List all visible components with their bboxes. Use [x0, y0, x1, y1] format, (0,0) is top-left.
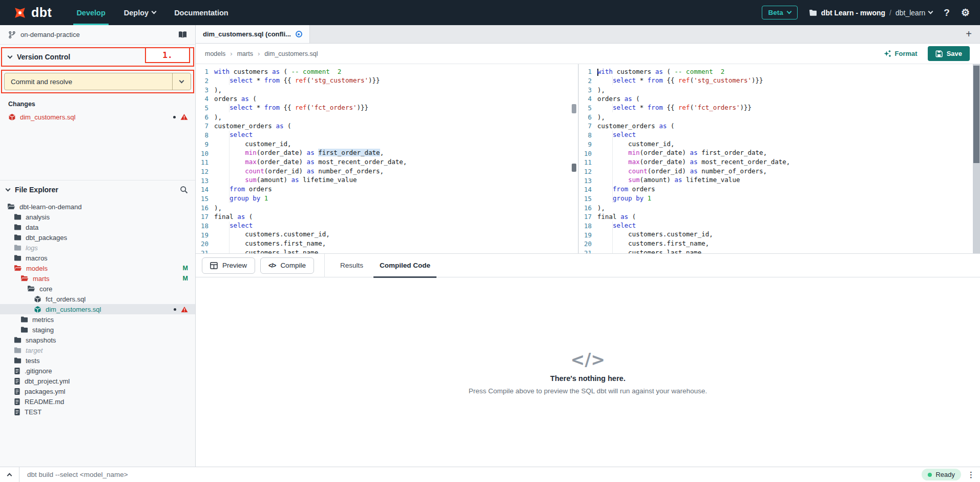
commit-dropdown-button[interactable]: [172, 73, 191, 90]
tree-item-fct-orders-sql[interactable]: fct_orders.sql: [0, 294, 195, 304]
breadcrumb-marts[interactable]: marts: [237, 50, 253, 57]
scrollbar-thumb[interactable]: [572, 164, 576, 172]
compile-button[interactable]: </> Compile: [260, 257, 314, 274]
scrollbar-track[interactable]: [973, 64, 980, 253]
code-line-6[interactable]: 6),: [579, 112, 980, 122]
tree-item-snapshots[interactable]: snapshots: [0, 335, 195, 345]
scrollbar-thumb[interactable]: [973, 66, 979, 163]
gear-icon[interactable]: ⚙: [961, 7, 970, 18]
code-line-18[interactable]: 18select: [196, 222, 578, 231]
code-line-14[interactable]: 14from orders: [579, 185, 980, 194]
code-line-10[interactable]: 10min(order_date) as first_order_date,: [196, 149, 578, 158]
tree-item--gitignore[interactable]: .gitignore: [0, 366, 195, 376]
commit-and-resolve-button[interactable]: Commit and resolve: [5, 73, 172, 90]
code-line-14[interactable]: 14from orders: [196, 185, 578, 194]
code-line-9[interactable]: 9customer_id,: [579, 140, 980, 149]
new-tab-button[interactable]: +: [966, 28, 980, 40]
tree-item-dim-customers-sql[interactable]: dim_customers.sql: [0, 304, 195, 314]
code-line-19[interactable]: 19customers.customer_id,: [579, 230, 980, 239]
tree-item-analysis[interactable]: analysis: [0, 212, 195, 222]
code-line-8[interactable]: 8select: [579, 131, 980, 140]
expand-panel-button[interactable]: [8, 470, 11, 479]
changed-file-row[interactable]: dim_customers.sql: [0, 111, 195, 123]
project-dropdown[interactable]: dbt_learn: [895, 9, 932, 17]
code-line-11[interactable]: 11max(order_date) as most_recent_order_d…: [196, 158, 578, 167]
beta-dropdown[interactable]: Beta: [762, 6, 798, 19]
chevron-down-icon[interactable]: [8, 53, 13, 58]
code-line-21[interactable]: 21customers.last_name,: [196, 249, 578, 253]
chevron-down-icon[interactable]: [6, 186, 11, 191]
code-line-10[interactable]: 10min(order_date) as first_order_date,: [579, 149, 980, 158]
breadcrumb-file[interactable]: dim_customers.sql: [264, 50, 318, 57]
code-line-11[interactable]: 11max(order_date) as most_recent_order_d…: [579, 158, 980, 167]
code-line-20[interactable]: 20customers.first_name,: [579, 239, 980, 249]
format-button[interactable]: Format: [883, 50, 918, 58]
save-button[interactable]: Save: [928, 46, 970, 61]
kebab-menu-icon[interactable]: ⋮: [967, 470, 975, 479]
code-line-16[interactable]: 16),: [196, 203, 578, 212]
code-line-13[interactable]: 13sum(amount) as lifetime_value: [579, 176, 980, 185]
nav-item-develop[interactable]: Develop: [67, 0, 114, 25]
code-line-2[interactable]: 2select * from {{ ref('stg_customers')}}: [196, 76, 578, 86]
code-line-3[interactable]: 3),: [579, 85, 980, 94]
code-line-8[interactable]: 8select: [196, 131, 578, 140]
code-line-13[interactable]: 13sum(amount) as lifetime_value: [196, 176, 578, 185]
code-line-7[interactable]: 7customer_orders as (: [579, 122, 980, 131]
code-line-4[interactable]: 4orders as (: [579, 94, 980, 104]
tree-item-core[interactable]: core: [0, 284, 195, 294]
search-icon[interactable]: [180, 186, 188, 194]
tree-item-macros[interactable]: macros: [0, 253, 195, 263]
tree-item-test[interactable]: TEST: [0, 407, 195, 417]
code-line-7[interactable]: 7customer_orders as (: [196, 122, 578, 131]
account-switcher[interactable]: dbt Learn - mwong / dbt_learn: [809, 9, 933, 17]
editor-pane-right[interactable]: 1with customers as ( -- comment 22select…: [579, 64, 980, 253]
tree-item-dbt-learn-on-demand[interactable]: dbt-learn-on-demand: [0, 202, 195, 212]
code-line-1[interactable]: 1with customers as ( -- comment 2: [579, 67, 980, 76]
code-line-18[interactable]: 18select: [579, 222, 980, 231]
dbt-logo[interactable]: dbt: [0, 0, 67, 25]
tree-item-staging[interactable]: staging: [0, 325, 195, 335]
code-line-12[interactable]: 12count(order_id) as number_of_orders,: [579, 167, 980, 176]
tree-item-metrics[interactable]: metrics: [0, 314, 195, 325]
tree-item-packages-yml[interactable]: packages.yml: [0, 386, 195, 396]
code-line-6[interactable]: 6),: [196, 112, 578, 122]
code-line-20[interactable]: 20customers.first_name,: [196, 239, 578, 249]
code-line-19[interactable]: 19customers.customer_id,: [196, 230, 578, 239]
help-icon[interactable]: ?: [944, 7, 950, 18]
code-line-5[interactable]: 5select * from {{ ref('fct_orders')}}: [196, 104, 578, 113]
code-line-9[interactable]: 9customer_id,: [196, 140, 578, 149]
code-line-1[interactable]: 1with customers as ( -- comment 2: [196, 67, 578, 76]
code-line-15[interactable]: 15group by 1: [579, 194, 980, 204]
code-line-12[interactable]: 12count(order_id) as number_of_orders,: [196, 167, 578, 176]
scrollbar-thumb[interactable]: [572, 104, 576, 113]
breadcrumb-models[interactable]: models: [205, 50, 225, 57]
tree-item-dbt-project-yml[interactable]: dbt_project.yml: [0, 376, 195, 386]
tree-item-dbt-packages[interactable]: dbt_packages: [0, 232, 195, 243]
tree-item-marts[interactable]: martsM: [0, 273, 195, 284]
tab-results[interactable]: Results: [332, 254, 371, 277]
branch-selector[interactable]: on-demand-practice: [0, 25, 195, 45]
code-line-16[interactable]: 16),: [579, 203, 980, 212]
tab-compiled-code[interactable]: Compiled Code: [371, 254, 439, 277]
editor-pane-left[interactable]: 1with customers as ( -- comment 22select…: [196, 64, 578, 253]
tree-item-tests[interactable]: tests: [0, 355, 195, 366]
code-line-21[interactable]: 21customers.last_name,: [579, 249, 980, 253]
docs-book-icon[interactable]: [178, 31, 187, 38]
code-line-2[interactable]: 2select * from {{ ref('stg_customers')}}: [579, 76, 980, 86]
code-line-5[interactable]: 5select * from {{ ref('fct_orders')}}: [579, 104, 980, 113]
file-explorer-title[interactable]: File Explorer: [15, 186, 175, 194]
nav-item-deploy[interactable]: Deploy: [115, 0, 165, 25]
code-line-4[interactable]: 4orders as (: [196, 94, 578, 104]
nav-item-documentation[interactable]: Documentation: [165, 0, 238, 25]
tree-item-models[interactable]: modelsM: [0, 263, 195, 273]
tree-item-logs[interactable]: logs: [0, 243, 195, 253]
tree-item-readme-md[interactable]: README.md: [0, 396, 195, 407]
code-line-3[interactable]: 3),: [196, 85, 578, 94]
command-input[interactable]: dbt build --select <model_name>: [27, 471, 128, 478]
editor-tab-dim-customers[interactable]: dim_customers.sql (confli...: [196, 25, 310, 43]
tree-item-target[interactable]: target: [0, 345, 195, 355]
preview-button[interactable]: Preview: [202, 257, 255, 274]
tree-item-data[interactable]: data: [0, 222, 195, 232]
code-line-15[interactable]: 15group by 1: [196, 194, 578, 204]
code-line-17[interactable]: 17final as (: [579, 212, 980, 222]
